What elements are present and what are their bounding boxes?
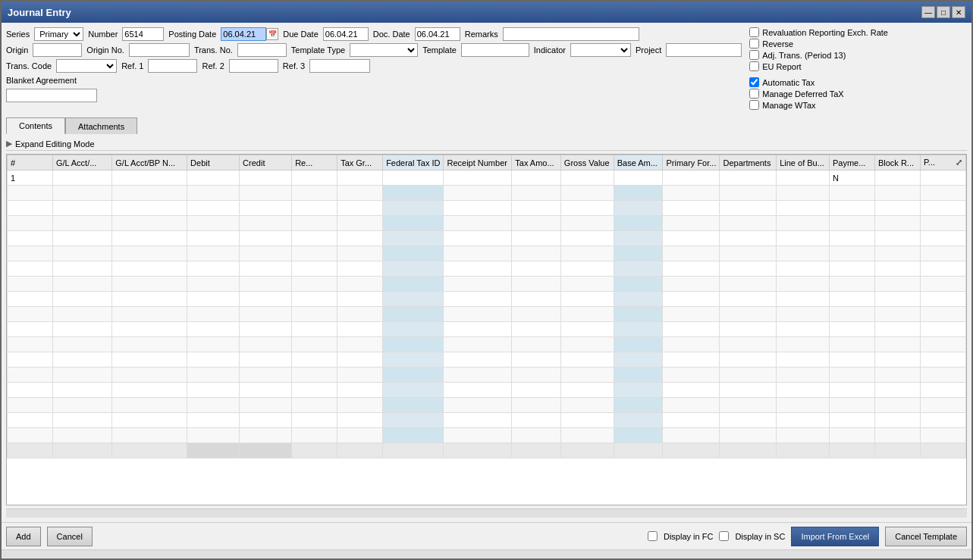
blanket-section: Blanket Agreement (6, 76, 742, 102)
table-row (8, 398, 966, 413)
expand-row: ▶ Expand Editing Mode (6, 137, 967, 151)
table-row (8, 428, 966, 443)
table-container[interactable]: # G/L Acct/... G/L Acct/BP N... Debit Cr… (6, 154, 967, 505)
automatic-tax-label: Automatic Tax (762, 78, 814, 87)
cancel-template-button[interactable]: Cancel Template (885, 527, 967, 546)
bottom-scrollbar[interactable] (2, 549, 971, 558)
table-row (8, 261, 966, 277)
col-header-lob: Line of Bu... (777, 155, 830, 171)
left-form: Series Primary Number Posting Date 📅 Due… (6, 27, 742, 111)
title-bar: Journal Entry — □ ✕ (2, 2, 971, 23)
blanket-input[interactable] (6, 89, 97, 102)
remarks-label: Remarks (465, 30, 498, 39)
adj-trans-row: Adj. Trans. (Period 13) (749, 50, 971, 60)
table-row (8, 186, 966, 201)
minimize-button[interactable]: — (921, 6, 935, 18)
summary-row (8, 443, 966, 458)
window-controls: — □ ✕ (921, 6, 965, 18)
revaluation-checkbox[interactable] (749, 27, 759, 37)
col-header-payment: Payme... (829, 155, 874, 171)
table-row (8, 368, 966, 383)
posting-date-input[interactable] (221, 27, 266, 41)
display-sc-checkbox[interactable] (719, 531, 729, 541)
revaluation-row: Revaluation Reporting Exch. Rate (749, 27, 971, 37)
journal-table: # G/L Acct/... G/L Acct/BP N... Debit Cr… (7, 155, 966, 458)
content-area: Series Primary Number Posting Date 📅 Due… (2, 23, 971, 522)
manage-deferred-tax-checkbox[interactable] (749, 89, 759, 99)
row2: Origin Origin No. Trans. No. Template Ty… (6, 43, 742, 57)
import-excel-button[interactable]: Import From Excel (791, 527, 879, 546)
maximize-button[interactable]: □ (937, 6, 950, 18)
doc-date-label: Doc. Date (373, 30, 410, 39)
cancel-button[interactable]: Cancel (47, 527, 93, 546)
journal-entry-window: Journal Entry — □ ✕ Series Primary Numbe… (0, 0, 973, 560)
display-sc-label: Display in SC (735, 532, 785, 541)
eu-report-checkbox[interactable] (749, 61, 759, 71)
series-select[interactable]: Primary (34, 27, 83, 41)
due-date-input[interactable] (323, 27, 369, 41)
right-form: Revaluation Reporting Exch. Rate Reverse… (749, 27, 971, 111)
posting-date-wrap: 📅 (221, 27, 278, 41)
ref1-input[interactable] (148, 59, 197, 73)
template-type-label: Template Type (291, 45, 345, 55)
expand-label[interactable]: Expand Editing Mode (15, 139, 95, 149)
indicator-select[interactable] (570, 43, 631, 57)
revaluation-label: Revaluation Reporting Exch. Rate (762, 28, 888, 37)
template-type-select[interactable] (350, 43, 418, 57)
manage-deferred-tax-row: Manage Deferred TaX (749, 89, 971, 99)
tab-contents[interactable]: Contents (6, 117, 65, 134)
reverse-label: Reverse (762, 39, 793, 48)
expand-arrow-icon[interactable]: ▶ (6, 139, 12, 149)
tab-attachments[interactable]: Attachments (65, 117, 137, 134)
number-input[interactable] (122, 27, 164, 41)
col-header-num: # (8, 155, 53, 171)
table-row (8, 337, 966, 352)
table-row (8, 352, 966, 368)
col-header-credit: Credit (240, 155, 292, 171)
automatic-tax-checkbox[interactable] (749, 77, 759, 87)
col-header-gross: Gross Value (560, 155, 614, 171)
col-header-gl2: G/L Acct/BP N... (112, 155, 187, 171)
table-row (8, 277, 966, 292)
row3: Trans. Code Ref. 1 Ref. 2 Ref. 3 (6, 59, 742, 73)
adj-trans-label: Adj. Trans. (Period 13) (762, 51, 846, 60)
row1: Series Primary Number Posting Date 📅 Due… (6, 27, 742, 41)
trans-no-input[interactable] (237, 43, 287, 57)
add-button[interactable]: Add (6, 527, 41, 546)
table-row (8, 201, 966, 216)
ref3-input[interactable] (309, 59, 370, 73)
table-row (8, 292, 966, 307)
col-header-block: Block R... (874, 155, 920, 171)
ref2-input[interactable] (229, 59, 278, 73)
display-fc-checkbox[interactable] (648, 531, 658, 541)
number-label: Number (88, 30, 118, 39)
manage-wtax-checkbox[interactable] (749, 100, 759, 110)
trans-code-label: Trans. Code (6, 61, 52, 70)
origin-input[interactable] (33, 43, 82, 57)
project-input[interactable] (666, 43, 742, 57)
close-button[interactable]: ✕ (952, 6, 965, 18)
trans-code-select[interactable] (56, 59, 117, 73)
doc-date-input[interactable] (415, 27, 460, 41)
project-label: Project (636, 45, 661, 55)
calendar-icon[interactable]: 📅 (266, 28, 278, 40)
series-label: Series (6, 30, 30, 39)
expand-cols-icon[interactable]: ⤢ (956, 158, 962, 167)
ref2-label: Ref. 2 (202, 61, 224, 70)
origin-no-input[interactable] (129, 43, 190, 57)
col-header-base: Base Am... (614, 155, 663, 171)
reverse-checkbox[interactable] (749, 39, 759, 48)
template-input[interactable] (461, 43, 529, 57)
posting-date-label: Posting Date (168, 30, 216, 39)
table-row (8, 413, 966, 428)
adj-trans-checkbox[interactable] (749, 50, 759, 60)
remarks-input[interactable] (503, 27, 639, 41)
manage-deferred-tax-label: Manage Deferred TaX (762, 89, 843, 99)
manage-wtax-label: Manage WTax (762, 101, 815, 110)
table-row (8, 231, 966, 246)
table-row (8, 216, 966, 231)
col-header-dept: Departments (720, 155, 777, 171)
eu-report-label: EU Report (762, 62, 801, 71)
blanket-row: Blanket Agreement (6, 76, 742, 85)
horizontal-scrollbar[interactable] (6, 508, 967, 518)
